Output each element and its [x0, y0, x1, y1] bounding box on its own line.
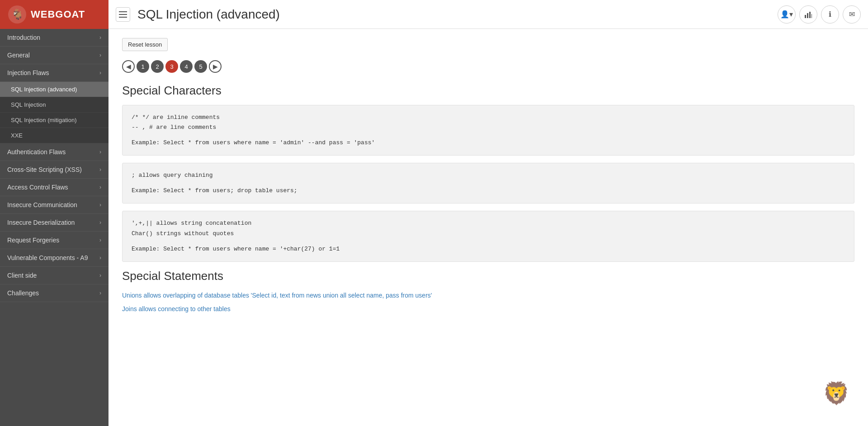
sidebar-item-label: Authentication Flaws [7, 148, 66, 156]
chart-icon [804, 10, 812, 19]
chevron-icon: › [99, 202, 101, 208]
chevron-icon: › [99, 166, 101, 173]
hamburger-line [119, 11, 127, 12]
sidebar-item-label: Insecure Communication [7, 201, 77, 208]
sidebar-submenu-injection: SQL Injection (advanced) SQL Injection S… [0, 82, 108, 143]
page-3-button[interactable]: 3 [165, 60, 178, 73]
unions-text: Unions allows overlapping of database ta… [122, 290, 854, 300]
svg-rect-3 [807, 13, 808, 18]
chevron-icon: › [99, 70, 101, 76]
header-right: 👤▾ ℹ ✉ [778, 5, 861, 24]
chevron-icon: › [99, 34, 101, 41]
mail-button[interactable]: ✉ [843, 5, 861, 24]
user-button[interactable]: 👤▾ [778, 5, 796, 24]
page-5-button[interactable]: 5 [194, 60, 207, 73]
code-example: Example: Select * from users where name … [132, 138, 845, 148]
code-line: Char() strings without quotes [132, 229, 845, 239]
sidebar-item-label: Insecure Deserialization [7, 219, 75, 226]
sidebar-item-label: Injection Flaws [7, 69, 49, 76]
sidebar-item-label: General [7, 52, 30, 59]
header: 🐐 WEBGOAT SQL Injection (advanced) 👤▾ ℹ … [0, 0, 868, 29]
layout: Introduction › General › Injection Flaws… [0, 29, 868, 426]
chevron-icon: › [99, 219, 101, 226]
sidebar-subitem-sql-injection-mitigation[interactable]: SQL Injection (mitigation) [0, 113, 108, 128]
page-1-button[interactable]: 1 [137, 60, 149, 73]
main-content: Reset lesson ◀ 1 2 3 4 5 ▶ Special Chara… [108, 29, 868, 426]
header-left: 🐐 WEBGOAT SQL Injection (advanced) [7, 0, 280, 29]
page-2-button[interactable]: 2 [151, 60, 164, 73]
chevron-icon: › [99, 290, 101, 296]
prev-page-button[interactable]: ◀ [122, 60, 135, 73]
sidebar-item-challenges[interactable]: Challenges › [0, 284, 108, 302]
svg-rect-2 [805, 15, 806, 18]
sidebar-item-label: Introduction [7, 34, 40, 41]
page-title: SQL Injection (advanced) [137, 7, 280, 22]
hamburger-line [119, 17, 127, 18]
sidebar-item-label: Challenges [7, 289, 39, 297]
hamburger-line [119, 14, 127, 15]
code-example: Example: Select * from users; drop table… [132, 186, 845, 196]
mascot: 🦁 [823, 381, 859, 417]
sidebar-subitem-sql-injection[interactable]: SQL Injection [0, 97, 108, 113]
special-characters-title: Special Characters [122, 84, 854, 98]
sidebar-item-label: Vulnerable Components - A9 [7, 254, 88, 261]
chevron-icon: › [99, 184, 101, 190]
code-example: Example: Select * from users where name … [132, 244, 845, 254]
sidebar-subitem-xxe[interactable]: XXE [0, 128, 108, 143]
sidebar-item-label: Access Control Flaws [7, 184, 68, 191]
info-button[interactable]: ℹ [821, 5, 839, 24]
code-line: ; allows query chaining [132, 170, 845, 180]
sidebar-item-label: Cross-Site Scripting (XSS) [7, 166, 82, 173]
chevron-icon: › [99, 255, 101, 261]
sidebar-item-injection-flaws[interactable]: Injection Flaws › [0, 64, 108, 82]
code-block-3: ',+,|| allows string concatenation Char(… [122, 211, 854, 261]
sidebar-item-label: Client side [7, 272, 37, 279]
pagination: ◀ 1 2 3 4 5 ▶ [122, 60, 854, 73]
chevron-icon: › [99, 52, 101, 58]
reset-lesson-button[interactable]: Reset lesson [122, 38, 168, 51]
chevron-icon: › [99, 272, 101, 279]
svg-rect-4 [809, 12, 811, 18]
code-block-2: ; allows query chaining Example: Select … [122, 163, 854, 204]
sidebar-item-vulnerable-components[interactable]: Vulnerable Components - A9 › [0, 249, 108, 267]
subitem-label: XXE [11, 132, 23, 139]
sidebar-item-label: Request Forgeries [7, 237, 59, 244]
svg-text:🐐: 🐐 [11, 8, 24, 20]
page-4-button[interactable]: 4 [180, 60, 193, 73]
svg-rect-5 [811, 14, 812, 18]
sidebar-item-insecure-deserialization[interactable]: Insecure Deserialization › [0, 214, 108, 232]
sidebar-item-request-forgeries[interactable]: Request Forgeries › [0, 232, 108, 249]
sidebar-item-insecure-communication[interactable]: Insecure Communication › [0, 196, 108, 214]
code-line: -- , # are line comments [132, 123, 845, 133]
chevron-icon: › [99, 237, 101, 243]
chart-button[interactable] [799, 5, 817, 24]
sidebar-item-authentication-flaws[interactable]: Authentication Flaws › [0, 143, 108, 161]
sidebar-item-access-control[interactable]: Access Control Flaws › [0, 179, 108, 196]
joins-text: Joins allows connecting to other tables [122, 304, 854, 314]
sidebar-item-introduction[interactable]: Introduction › [0, 29, 108, 47]
next-page-button[interactable]: ▶ [209, 60, 222, 73]
sidebar-item-general[interactable]: General › [0, 47, 108, 64]
sidebar-item-xss[interactable]: Cross-Site Scripting (XSS) › [0, 161, 108, 179]
subitem-label: SQL Injection (mitigation) [11, 117, 76, 123]
chevron-icon: › [99, 149, 101, 155]
menu-toggle-button[interactable] [116, 7, 130, 22]
sidebar-item-client-side[interactable]: Client side › [0, 267, 108, 284]
code-line: ',+,|| allows string concatenation [132, 218, 845, 228]
code-line: /* */ are inline comments [132, 113, 845, 123]
logo-icon: 🐐 [7, 5, 27, 24]
sidebar-subitem-sql-injection-advanced[interactable]: SQL Injection (advanced) [0, 82, 108, 97]
subitem-label: SQL Injection (advanced) [11, 86, 77, 93]
code-block-1: /* */ are inline comments -- , # are lin… [122, 105, 854, 156]
subitem-label: SQL Injection [11, 101, 46, 108]
sidebar: Introduction › General › Injection Flaws… [0, 29, 108, 426]
logo-text: WEBGOAT [31, 9, 85, 20]
special-statements-title: Special Statements [122, 269, 854, 283]
logo: 🐐 WEBGOAT [0, 0, 108, 29]
